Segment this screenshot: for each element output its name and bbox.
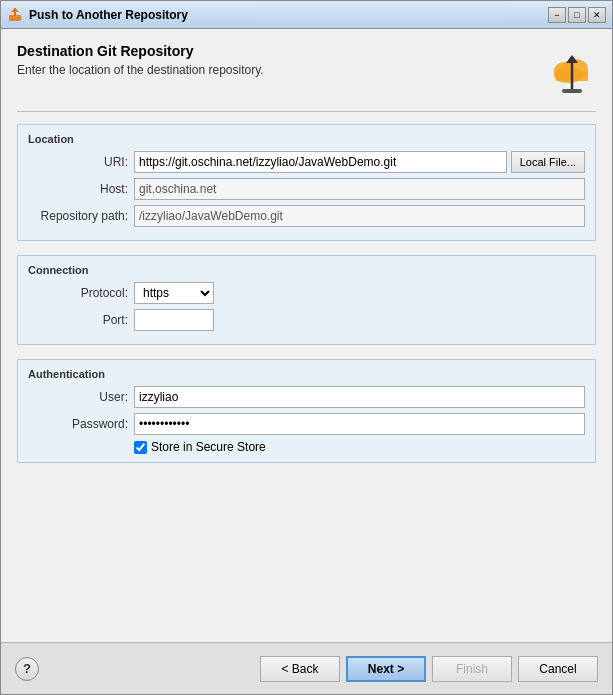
port-input[interactable] <box>134 309 214 331</box>
protocol-row: Protocol: https http ssh git <box>28 282 585 304</box>
connection-section: Connection Protocol: https http ssh git … <box>17 255 596 345</box>
cloud-upload-svg <box>548 43 596 95</box>
repo-path-input[interactable] <box>134 205 585 227</box>
git-push-title-icon <box>7 7 23 23</box>
window-title: Push to Another Repository <box>29 8 188 22</box>
protocol-select[interactable]: https http ssh git <box>134 282 214 304</box>
svg-marker-8 <box>566 55 578 63</box>
next-button[interactable]: Next > <box>346 656 426 682</box>
cloud-upload-icon <box>548 43 596 95</box>
port-label: Port: <box>28 313 128 327</box>
spacer <box>17 477 596 632</box>
host-input[interactable] <box>134 178 585 200</box>
finish-button[interactable]: Finish <box>432 656 512 682</box>
nav-buttons: < Back Next > Finish Cancel <box>260 656 598 682</box>
password-label: Password: <box>28 417 128 431</box>
uri-label: URI: <box>28 155 128 169</box>
secure-store-checkbox[interactable] <box>134 441 147 454</box>
header-text: Destination Git Repository Enter the loc… <box>17 43 548 77</box>
help-button[interactable]: ? <box>15 657 39 681</box>
push-to-repository-dialog: Push to Another Repository − □ ✕ Destina… <box>0 0 613 695</box>
header-section: Destination Git Repository Enter the loc… <box>17 43 596 95</box>
authentication-section: Authentication User: Password: Store in … <box>17 359 596 463</box>
repo-path-label: Repository path: <box>28 209 128 223</box>
maximize-button[interactable]: □ <box>568 7 586 23</box>
repo-path-row: Repository path: <box>28 205 585 227</box>
password-row: Password: <box>28 413 585 435</box>
protocol-label: Protocol: <box>28 286 128 300</box>
location-section-label: Location <box>28 133 585 145</box>
title-buttons: − □ ✕ <box>548 7 606 23</box>
button-bar: ? < Back Next > Finish Cancel <box>1 642 612 694</box>
password-input[interactable] <box>134 413 585 435</box>
header-title: Destination Git Repository <box>17 43 548 59</box>
close-button[interactable]: ✕ <box>588 7 606 23</box>
svg-rect-9 <box>562 89 582 93</box>
svg-marker-2 <box>11 8 19 12</box>
secure-store-row: Store in Secure Store <box>28 440 585 454</box>
title-bar-left: Push to Another Repository <box>7 7 188 23</box>
secure-store-label[interactable]: Store in Secure Store <box>151 440 266 454</box>
content-area: Destination Git Repository Enter the loc… <box>1 29 612 642</box>
host-label: Host: <box>28 182 128 196</box>
local-file-button[interactable]: Local File... <box>511 151 585 173</box>
location-section: Location URI: Local File... Host: Reposi… <box>17 124 596 241</box>
title-bar: Push to Another Repository − □ ✕ <box>1 1 612 29</box>
user-input[interactable] <box>134 386 585 408</box>
host-row: Host: <box>28 178 585 200</box>
header-subtitle: Enter the location of the destination re… <box>17 63 548 77</box>
back-button[interactable]: < Back <box>260 656 340 682</box>
cancel-button[interactable]: Cancel <box>518 656 598 682</box>
user-label: User: <box>28 390 128 404</box>
uri-input[interactable] <box>134 151 507 173</box>
header-separator <box>17 111 596 112</box>
uri-row: URI: Local File... <box>28 151 585 173</box>
authentication-section-label: Authentication <box>28 368 585 380</box>
connection-section-label: Connection <box>28 264 585 276</box>
minimize-button[interactable]: − <box>548 7 566 23</box>
port-row: Port: <box>28 309 585 331</box>
user-row: User: <box>28 386 585 408</box>
